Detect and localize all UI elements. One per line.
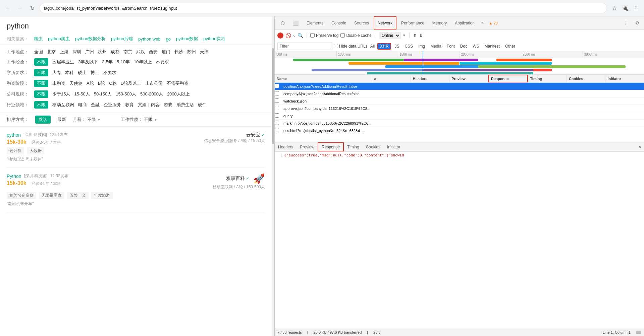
forward-button[interactable]: →	[15, 3, 25, 13]
th-status[interactable]: ×	[372, 75, 411, 82]
import-button[interactable]: ⬆	[413, 33, 417, 38]
filter-fund-A轮[interactable]: A轮	[87, 80, 94, 86]
devtools-tab-console[interactable]: Console	[328, 16, 350, 29]
search-button[interactable]: 🔍	[298, 33, 303, 38]
row-check-3[interactable]	[275, 106, 279, 110]
filter-exp-不要求[interactable]: 不要求	[156, 59, 169, 65]
filter-other-btn[interactable]: Other	[503, 44, 517, 49]
filter-size-2000以上[interactable]: 2000人以上	[167, 91, 190, 97]
sort-default[interactable]: 默认	[35, 116, 51, 124]
scroll-thumb[interactable]	[636, 331, 641, 334]
filter-size-50-150[interactable]: 50-150人	[94, 91, 112, 97]
detail-tab-headers[interactable]: Headers	[275, 142, 297, 151]
filter-exp-10年以上[interactable]: 10年以上	[134, 59, 152, 65]
filter-edu-大专[interactable]: 大专	[52, 70, 61, 76]
filter-location-南京[interactable]: 南京	[123, 49, 132, 55]
devtools-tab-sources[interactable]: Sources	[351, 16, 372, 29]
filter-edu-本科[interactable]: 本科	[65, 70, 74, 76]
filter-input[interactable]	[277, 43, 332, 50]
filter-edu-不要求[interactable]: 不要求	[103, 70, 116, 76]
detail-tab-timing[interactable]: Timing	[344, 142, 363, 151]
filter-ind-移动互联网[interactable]: 移动互联网	[52, 102, 74, 108]
preserve-log-checkbox[interactable]	[310, 33, 315, 38]
filter-ind-电商[interactable]: 电商	[78, 102, 87, 108]
filter-location-厦门[interactable]: 厦门	[162, 49, 170, 55]
filter-ws-btn[interactable]: WS	[471, 44, 481, 49]
filter-location-广州[interactable]: 广州	[85, 49, 94, 55]
filter-ind-文娱[interactable]: 文娱｜内容	[138, 102, 160, 108]
filter-exp-应届[interactable]: 应届毕业生	[52, 59, 74, 65]
job-tag-1-1[interactable]: 无限量零食	[39, 192, 64, 199]
filter-edu-不限[interactable]: 不限	[34, 69, 48, 76]
filter-ind-消费生活[interactable]: 消费生活	[176, 102, 194, 108]
filter-ind-金融[interactable]: 金融	[91, 102, 100, 108]
devtools-tab-elements[interactable]: Elements	[303, 16, 327, 29]
filter-location-西安[interactable]: 西安	[149, 49, 158, 55]
filter-fund-未融资[interactable]: 未融资	[52, 80, 65, 86]
th-name[interactable]: Name	[275, 75, 372, 82]
filter-size-150-500[interactable]: 150-500人	[116, 91, 136, 97]
row-check-0[interactable]	[275, 84, 279, 88]
filter-location-天津[interactable]: 天津	[200, 49, 209, 55]
filter-location-全国[interactable]: 全国	[34, 49, 43, 55]
bookmark-button[interactable]: ☆	[610, 3, 619, 13]
filter-location-武汉[interactable]: 武汉	[136, 49, 145, 55]
related-item-6[interactable]: python数据	[176, 36, 198, 42]
filter-css-btn[interactable]: CSS	[402, 44, 415, 49]
devtools-more-dots[interactable]: ⋮	[620, 16, 632, 29]
detail-tab-initiator[interactable]: Initiator	[384, 142, 404, 151]
job-tag-1-2[interactable]: 五险一金	[67, 192, 89, 199]
disable-cache-checkbox[interactable]	[340, 33, 345, 38]
filter-exp-3年以下[interactable]: 3年及以下	[78, 59, 98, 65]
devtools-gear-btn[interactable]: ⚙	[633, 19, 641, 27]
job-title-1[interactable]: Python	[7, 174, 21, 179]
filter-ind-企业服务[interactable]: 企业服务	[104, 102, 121, 108]
th-preview[interactable]: Preview	[449, 75, 488, 82]
disable-cache-label[interactable]: Disable cache	[340, 33, 371, 38]
devtools-tab-application[interactable]: Application	[451, 16, 478, 29]
job-tag-0-0[interactable]: 云计算	[7, 147, 24, 154]
related-item-2[interactable]: python数据分析	[75, 36, 106, 42]
filter-size-15-50[interactable]: 15-50人	[74, 91, 90, 97]
related-item-4[interactable]: python web	[138, 37, 161, 42]
filter-fund-不限[interactable]: 不限	[34, 80, 48, 87]
filter-exp-3-5年[interactable]: 3-5年	[102, 59, 113, 65]
related-item-5[interactable]: go	[166, 37, 171, 42]
devtools-tab-performance[interactable]: Performance	[398, 16, 428, 29]
detail-tab-preview[interactable]: Preview	[297, 142, 318, 151]
filter-ind-不限[interactable]: 不限	[34, 101, 48, 109]
filter-fund-B轮[interactable]: B轮	[98, 80, 105, 86]
filter-toggle-button[interactable]: ▿	[293, 33, 296, 38]
th-timing[interactable]: Timing	[528, 75, 567, 82]
filter-xhr-btn[interactable]: XHR	[377, 43, 391, 50]
filter-ind-教育[interactable]: 教育	[125, 102, 134, 108]
status-scroll[interactable]	[636, 331, 641, 334]
filter-edu-硕士[interactable]: 硕士	[78, 70, 87, 76]
filter-size-不限[interactable]: 不限	[34, 90, 48, 98]
th-response[interactable]: Response	[488, 75, 528, 82]
company-name-1[interactable]: 糗事百科	[226, 176, 245, 181]
menu-button[interactable]: ⋮	[631, 3, 641, 13]
filter-fund-C轮[interactable]: C轮	[109, 80, 116, 86]
filter-location-成都[interactable]: 成都	[111, 49, 119, 55]
network-row-6[interactable]: oss.html?u=/jobs/list_python&q=624&n=632…	[275, 127, 644, 134]
filter-fund-天使轮[interactable]: 天使轮	[69, 80, 83, 86]
job-tag-1-3[interactable]: 年度旅游	[91, 192, 113, 199]
nature-sort-val[interactable]: 不限	[144, 117, 153, 123]
page-scrollbar[interactable]	[272, 16, 274, 336]
filter-location-上海[interactable]: 上海	[60, 49, 68, 55]
filter-edu-博士[interactable]: 博士	[91, 70, 99, 76]
scrollbar-thumb[interactable]	[272, 48, 274, 144]
network-row-3[interactable]: approve.json?companyIds=113218%2C1015%2C…	[275, 105, 644, 112]
filter-exp-不限[interactable]: 不限	[34, 58, 48, 66]
network-row-2[interactable]: wafcheck.json	[275, 97, 644, 105]
network-row-1[interactable]: companyAjax.json?needAddtionalResult=fal…	[275, 90, 644, 97]
filter-fund-D轮[interactable]: D轮及以上	[121, 80, 141, 86]
filter-size-15以下[interactable]: 少于15人	[52, 91, 70, 97]
filter-media-btn[interactable]: Media	[428, 44, 443, 49]
devtools-alerts[interactable]: ▲ 20	[487, 20, 500, 26]
filter-location-长沙[interactable]: 长沙	[174, 49, 183, 55]
filter-location-苏州[interactable]: 苏州	[187, 49, 196, 55]
filter-manifest-btn[interactable]: Manifest	[483, 44, 502, 49]
throttling-select[interactable]: Online	[379, 32, 400, 39]
